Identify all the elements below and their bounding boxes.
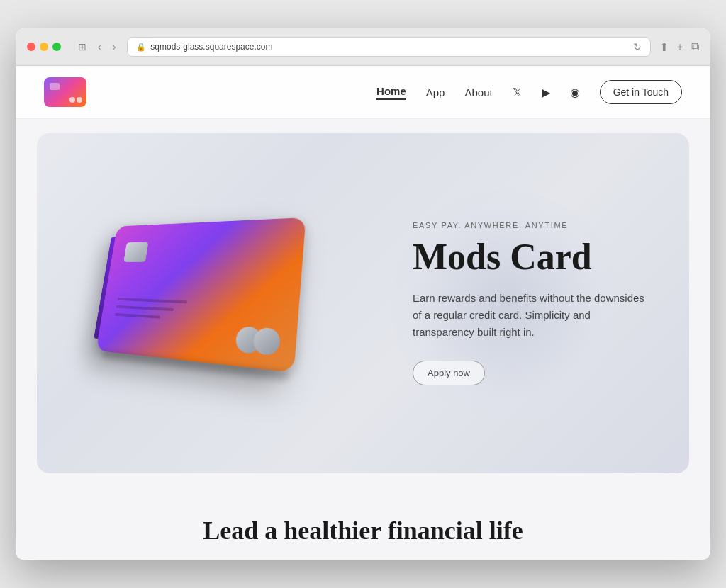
lock-icon: 🔒 — [136, 43, 146, 52]
card-lines — [115, 298, 188, 320]
card-circle-left — [235, 326, 262, 354]
card-chip — [123, 242, 148, 262]
address-bar[interactable]: 🔒 sqmods-glass.squarespace.com ↻ — [127, 37, 651, 57]
card-line-2 — [116, 305, 174, 311]
apply-now-button[interactable]: Apply now — [413, 361, 485, 385]
back-button[interactable]: ‹ — [95, 40, 104, 54]
new-tab-button[interactable]: ＋ — [674, 40, 686, 55]
browser-window: ⊞ ‹ › 🔒 sqmods-glass.squarespace.com ↻ ⬆… — [16, 28, 710, 560]
get-in-touch-button[interactable]: Get in Touch — [600, 80, 682, 104]
hero-eyebrow: EASY PAY. ANYWHERE. ANYTIME — [413, 221, 654, 230]
navbar: Home App About 𝕏 ▶ ◉ Get in Touch — [16, 66, 710, 119]
card-line-3 — [115, 313, 161, 319]
browser-dots — [27, 43, 61, 51]
tabs-button[interactable]: ⧉ — [691, 40, 699, 53]
card-shadow — [102, 351, 289, 384]
browser-controls: ⊞ ‹ › — [75, 40, 118, 54]
reload-icon[interactable]: ↻ — [633, 41, 642, 52]
card-circle-right — [252, 327, 281, 356]
hero-section: EASY PAY. ANYWHERE. ANYTIME Mods Card Ea… — [37, 133, 689, 473]
instagram-icon[interactable]: ◉ — [570, 86, 580, 99]
nav-about[interactable]: About — [464, 86, 492, 98]
logo-dot-1 — [69, 97, 75, 103]
forward-button[interactable]: › — [110, 40, 119, 54]
logo-dots — [69, 97, 82, 103]
share-button[interactable]: ⬆ — [659, 40, 669, 54]
card-edge — [94, 237, 115, 338]
twitter-icon[interactable]: 𝕏 — [513, 86, 522, 99]
browser-actions: ⬆ ＋ ⧉ — [659, 40, 699, 55]
dot-maximize[interactable] — [52, 43, 61, 51]
nav-home[interactable]: Home — [376, 85, 406, 100]
hero-text: EASY PAY. ANYWHERE. ANYTIME Mods Card Ea… — [413, 221, 654, 385]
browser-titlebar: ⊞ ‹ › 🔒 sqmods-glass.squarespace.com ↻ ⬆… — [16, 28, 710, 66]
sidebar-toggle-button[interactable]: ⊞ — [75, 40, 89, 54]
website-content: Home App About 𝕏 ▶ ◉ Get in Touch — [16, 66, 710, 560]
nav-links: Home App About 𝕏 ▶ ◉ Get in Touch — [376, 80, 682, 104]
credit-card — [96, 217, 306, 373]
hero-title: Mods Card — [413, 238, 654, 277]
dot-minimize[interactable] — [40, 43, 48, 51]
logo[interactable] — [44, 77, 86, 107]
nav-app[interactable]: App — [426, 86, 445, 98]
url-text: sqmods-glass.squarespace.com — [150, 42, 272, 52]
logo-dot-2 — [77, 97, 82, 103]
bottom-title: Lead a healthier financial life — [37, 516, 689, 545]
hero-description: Earn rewards and benefits without the do… — [413, 290, 654, 341]
card-mastercard-circles — [235, 326, 281, 356]
card-visual — [72, 176, 313, 431]
card-line-1 — [117, 298, 187, 303]
youtube-icon[interactable]: ▶ — [542, 86, 550, 99]
bottom-section: Lead a healthier financial life — [16, 487, 710, 560]
dot-close[interactable] — [27, 43, 35, 51]
